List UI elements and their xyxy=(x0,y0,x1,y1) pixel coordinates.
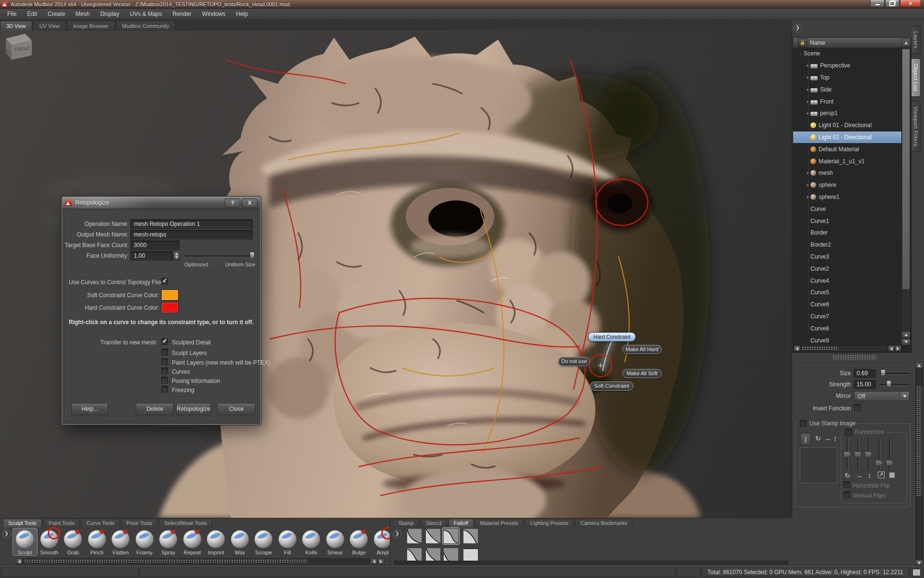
soft-constraint-color-swatch[interactable] xyxy=(161,289,179,301)
transfer-paint-layers-checkbox[interactable] xyxy=(161,358,168,365)
tool-knife[interactable]: Knife xyxy=(299,528,323,556)
menu-windows[interactable]: Windows xyxy=(197,11,231,17)
tree-row-material[interactable]: Material_1_u1_v1 xyxy=(793,155,901,167)
invert-function-checkbox[interactable] xyxy=(854,404,860,411)
tree-row-curve[interactable]: Curve5 xyxy=(793,287,901,299)
tab-uv-view[interactable]: UV View xyxy=(33,21,66,31)
dropdown-arrow-icon[interactable] xyxy=(899,392,909,401)
tab-3d-view[interactable]: 3D View xyxy=(0,21,32,31)
tool-sculpt[interactable]: Sculpt xyxy=(13,528,38,556)
tab-mudbox-community[interactable]: Mudbox Community xyxy=(116,21,176,31)
tree-row-camera[interactable]: Front xyxy=(793,95,901,107)
tree-row-curve[interactable]: Curve7 xyxy=(793,311,901,323)
expand-icon[interactable] xyxy=(805,99,810,105)
size-value[interactable]: 0.69 xyxy=(854,369,876,378)
randomize-square-icon[interactable] xyxy=(889,473,895,478)
tool-wax[interactable]: Wax xyxy=(228,528,252,556)
tree-row-mesh[interactable]: sphere xyxy=(793,179,901,191)
close-button[interactable]: ✕ xyxy=(900,0,921,7)
strength-slider[interactable] xyxy=(880,384,910,386)
randomize-scale-icon[interactable]: ↗ xyxy=(878,472,885,478)
tab-stencil[interactable]: Stencil xyxy=(421,519,447,527)
properties-scrollbar-thumb[interactable] xyxy=(916,386,923,497)
expand-icon[interactable] xyxy=(805,170,810,176)
tree-row-curve[interactable]: Curve4 xyxy=(793,275,901,287)
tree-scroll-left[interactable] xyxy=(794,345,800,352)
tab-sculpt-tools[interactable]: Sculpt Tools xyxy=(3,519,42,527)
tool-imprint[interactable]: Imprint xyxy=(204,528,228,556)
tree-row-curve[interactable]: Curve6 xyxy=(793,299,901,311)
tree-row-light-selected[interactable]: Light 02 - Directional xyxy=(793,131,901,144)
horizontal-flip-checkbox[interactable] xyxy=(844,481,850,488)
tool-scrape[interactable]: Scrape xyxy=(252,528,276,556)
tree-row-camera[interactable]: Top xyxy=(793,72,901,84)
tree-row-curve[interactable]: Curve1 xyxy=(793,215,901,227)
tool-scroll-right[interactable] xyxy=(378,558,385,565)
face-uniformity-stepper[interactable] xyxy=(173,251,180,261)
tool-scrollbar-thumb[interactable] xyxy=(24,559,308,564)
face-uniformity-slider-handle[interactable] xyxy=(250,252,255,259)
size-slider-handle[interactable] xyxy=(881,369,886,376)
menu-display[interactable]: Display xyxy=(95,11,124,17)
menu-uvs-maps[interactable]: UVs & Maps xyxy=(125,11,167,17)
transfer-posing-checkbox[interactable] xyxy=(161,377,168,383)
randomize-vrange-icon[interactable]: ↕ xyxy=(868,472,871,479)
tool-scroll-left2[interactable] xyxy=(371,558,377,565)
restore-button[interactable] xyxy=(885,0,899,7)
panel-expander-icon[interactable]: ❯ xyxy=(794,24,802,32)
tree-row-curve[interactable]: Curve8 xyxy=(793,322,901,334)
expand-icon[interactable] xyxy=(805,87,810,92)
properties-scroll-up[interactable] xyxy=(915,362,923,368)
panel-resize-grip[interactable] xyxy=(833,355,877,360)
tree-row-curve[interactable]: Curve3 xyxy=(793,251,901,263)
tab-lighting-presets[interactable]: Lighting Presets xyxy=(525,519,574,527)
close-dialog-button[interactable]: Close xyxy=(217,403,256,415)
tree-scroll-down[interactable] xyxy=(901,339,911,345)
tool-spray[interactable]: Spray xyxy=(156,528,180,556)
tool-smooth[interactable]: Smooth xyxy=(38,528,62,556)
expand-icon[interactable] xyxy=(805,182,810,188)
falloff-preset-4[interactable] xyxy=(462,528,479,544)
lock-icon[interactable] xyxy=(798,38,807,47)
marking-menu-soft-constraint[interactable]: Soft Constraint xyxy=(590,381,633,391)
tree-row-curve[interactable]: Curve2 xyxy=(793,263,901,275)
tool-smear[interactable]: Smear xyxy=(323,528,347,556)
tree-scroll-left2[interactable] xyxy=(888,345,895,352)
retopologize-dialog[interactable]: Retopologize ? X Operation Name: mesh Re… xyxy=(62,197,261,425)
tab-stamp[interactable]: Stamp xyxy=(393,519,419,527)
expand-icon[interactable] xyxy=(805,110,810,116)
tool-tray-expander-icon[interactable]: ❯ xyxy=(2,530,11,538)
preset-tray-expander-icon[interactable]: ❯ xyxy=(393,530,401,538)
vertical-flip-checkbox[interactable] xyxy=(844,491,850,498)
tree-scroll-right[interactable] xyxy=(895,345,901,352)
delete-button[interactable]: Delete xyxy=(136,403,174,415)
tree-row-camera[interactable]: Side xyxy=(793,83,901,95)
use-stamp-image-checkbox[interactable] xyxy=(800,420,807,427)
menu-mesh[interactable]: Mesh xyxy=(70,11,95,17)
tool-bulge[interactable]: Bulge xyxy=(347,528,371,556)
tab-image-browser[interactable]: Image Browser xyxy=(67,21,115,31)
marking-menu-make-all-soft[interactable]: Make All Soft xyxy=(622,369,662,378)
face-uniformity-input[interactable]: 1.00 xyxy=(130,251,173,261)
window-titlebar[interactable]: Autodesk Mudbox 2014 x64 - Unregistered … xyxy=(0,0,924,9)
tree-row-curve[interactable]: Border2 xyxy=(793,239,901,251)
tab-material-presets[interactable]: Material Presets xyxy=(475,519,524,527)
menu-file[interactable]: File xyxy=(2,11,22,17)
falloff-preset-1[interactable] xyxy=(406,528,423,544)
tree-scroll-up[interactable] xyxy=(901,38,911,47)
tree-row-material[interactable]: Default Material xyxy=(793,143,901,155)
tree-row-mesh[interactable]: mesh xyxy=(793,167,901,179)
transfer-curves-checkbox[interactable] xyxy=(161,368,168,374)
tab-falloff[interactable]: Falloff xyxy=(449,519,474,527)
tool-flatten[interactable]: Flatten xyxy=(109,528,133,556)
transfer-freezing-checkbox[interactable] xyxy=(161,386,168,393)
transfer-sculpt-layers-checkbox[interactable] xyxy=(161,349,168,355)
tree-hscrollbar-thumb[interactable] xyxy=(801,346,839,351)
tool-scroll-left[interactable] xyxy=(16,558,23,565)
strength-value[interactable]: 15.00 xyxy=(854,380,876,389)
face-uniformity-slider[interactable] xyxy=(184,255,255,257)
dialog-close-button[interactable]: X xyxy=(242,198,257,208)
randomize-hrange-icon[interactable]: ↔ xyxy=(856,472,863,479)
expand-icon[interactable] xyxy=(805,63,810,68)
output-mesh-name-input[interactable]: mesh-retopo xyxy=(130,230,253,239)
